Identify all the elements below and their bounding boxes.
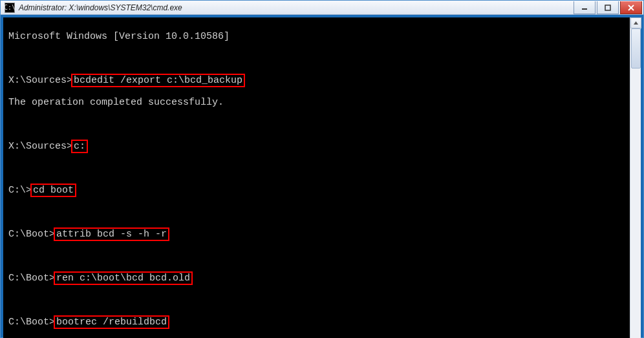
titlebar[interactable]: C:\ Administrator: X:\windows\SYSTEM32\c…	[1, 1, 643, 15]
prompt: X:\Sources>	[8, 141, 72, 152]
prompt: C:\>	[8, 185, 32, 196]
close-button[interactable]	[620, 1, 642, 14]
console-output[interactable]: Microsoft Windows [Version 10.0.10586] X…	[3, 17, 630, 338]
window-title: Administrator: X:\windows\SYSTEM32\cmd.e…	[19, 3, 574, 12]
version-line: Microsoft Windows [Version 10.0.10586]	[8, 31, 230, 42]
maximize-icon	[605, 5, 611, 11]
svg-marker-4	[634, 21, 638, 25]
highlighted-command: cd boot	[30, 184, 76, 197]
highlighted-command: ren c:\boot\bcd bcd.old	[54, 271, 193, 285]
highlighted-command: attrib bcd -s -h -r	[54, 227, 169, 241]
scroll-thumb[interactable]	[631, 28, 641, 69]
output-line: The operation completed successfully.	[8, 97, 224, 108]
close-icon	[627, 4, 635, 12]
highlighted-command: c:	[71, 140, 88, 153]
scroll-up-button[interactable]	[630, 17, 641, 28]
chevron-up-icon	[633, 20, 639, 26]
cmd-window: C:\ Administrator: X:\windows\SYSTEM32\c…	[0, 0, 644, 338]
highlighted-command: bcdedit /export c:\bcd_backup	[71, 74, 245, 87]
minimize-icon	[581, 5, 588, 11]
prompt: C:\Boot>	[8, 317, 55, 328]
minimize-button[interactable]	[574, 1, 596, 14]
prompt: C:\Boot>	[8, 229, 55, 240]
vertical-scrollbar[interactable]	[630, 17, 641, 338]
client-area: Microsoft Windows [Version 10.0.10586] X…	[3, 17, 641, 338]
window-controls	[574, 1, 643, 14]
prompt: C:\Boot>	[8, 273, 55, 284]
maximize-button[interactable]	[597, 1, 619, 14]
svg-rect-1	[605, 5, 610, 10]
prompt: X:\Sources>	[8, 75, 72, 86]
highlighted-command: bootrec /rebuildbcd	[54, 315, 169, 329]
cmd-icon: C:\	[5, 3, 15, 13]
